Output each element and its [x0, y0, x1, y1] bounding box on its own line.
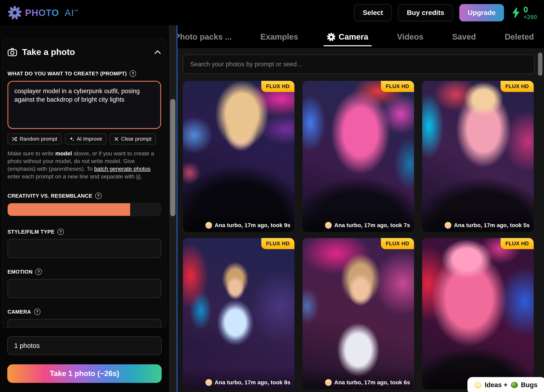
ideas-bugs-button[interactable]: Ideas + Bugs [467, 377, 544, 392]
brand-name: PHOTO [25, 7, 59, 18]
photo-card[interactable]: FLUX HD Ana turbo, 17m ago, took 6s [302, 238, 414, 389]
emotion-input[interactable] [7, 279, 161, 298]
panel-title: Take a photo [22, 47, 149, 57]
bugs-label: Bugs [521, 381, 538, 389]
brand-tm: ™ [74, 9, 79, 13]
flux-hd-badge: FLUX HD [261, 81, 295, 92]
blonde-woman-emoji [325, 379, 332, 386]
tab-deleted[interactable]: Deleted [505, 32, 534, 42]
random-prompt-button[interactable]: Random prompt [7, 133, 62, 144]
camera-input[interactable] [7, 319, 161, 328]
photo-caption: Ana turbo, 17m ago, took 6s [325, 379, 410, 386]
style-film-type-input[interactable] [7, 239, 161, 258]
photo-caption: Ana turbo, 17m ago, took 9s [205, 222, 290, 229]
photo-count-select[interactable]: 1 photos [7, 336, 162, 355]
photo-caption: Ana turbo, 17m ago, took 8s [205, 379, 290, 386]
help-icon[interactable]: ? [34, 309, 40, 315]
camera-label: CAMERA [7, 309, 31, 315]
emotion-label: EMOTION [7, 269, 33, 275]
credit-bonus: +260 [523, 14, 537, 20]
camera-icon [7, 48, 17, 56]
sidebar-scrollbar[interactable] [169, 25, 177, 392]
app-header: PHOTO AI™ Select Buy credits Upgrade 0 +… [0, 0, 544, 25]
tab-videos[interactable]: Videos [397, 32, 423, 42]
prompt-label: WHAT DO YOU WANT TO CREATE? (PROMPT) [7, 71, 127, 77]
batch-generate-link[interactable]: batch generate photos [94, 166, 151, 172]
lightbulb-icon [475, 381, 482, 388]
sidebar-scrollbar-thumb[interactable] [170, 99, 175, 216]
shuffle-icon [12, 137, 17, 141]
photo-caption-text: Ana turbo, 17m ago, took 5s [454, 222, 530, 229]
tab-photo-packs[interactable]: Photo packs ... [177, 32, 232, 42]
help-icon[interactable]: ? [95, 193, 102, 199]
prompt-textarea[interactable]: cosplayer model in a cyberpunk outfit, p… [7, 81, 161, 129]
blonde-woman-emoji [325, 222, 332, 229]
flux-hd-badge: FLUX HD [501, 238, 534, 249]
blonde-woman-emoji [444, 222, 451, 229]
take-a-photo-panel: Take a photo WHAT DO YOU WANT TO CREATE?… [2, 38, 166, 328]
bolt-icon [511, 7, 520, 18]
ai-improve-label: AI Improve [77, 136, 102, 142]
sparkles-icon [69, 137, 74, 142]
style-film-type-label: STYLE/FILM TYPE [7, 229, 54, 235]
help-icon[interactable]: ? [130, 70, 136, 77]
photo-grid: FLUX HD Ana turbo, 17m ago, took 9s FLUX… [183, 81, 534, 389]
bug-icon [511, 382, 518, 388]
prompt-helper-text: Make sure to write model above, or if yo… [7, 150, 161, 180]
active-tab-underline [324, 45, 372, 46]
ideas-label: Ideas + [485, 381, 508, 389]
blonde-woman-emoji [205, 379, 212, 386]
brand-ai: AI [65, 7, 74, 18]
random-prompt-label: Random prompt [20, 136, 57, 142]
main-scrollbar-thumb[interactable] [538, 53, 542, 76]
creativity-slider[interactable] [7, 203, 161, 216]
tab-bar: Photo packs ... Examples [177, 25, 544, 49]
photo-card[interactable]: FLUX HD Ana turbo, 17m ago, took 9s [183, 81, 295, 232]
photo-caption-text: Ana turbo, 17m ago, took 7s [334, 222, 410, 229]
clear-prompt-button[interactable]: Clear prompt [110, 133, 156, 144]
photo-card[interactable]: FLUX HD Ana turbo, 17m ago, took 8s [183, 238, 295, 389]
creativity-label: CREATIVITY VS. RESEMBLANCE [7, 193, 92, 199]
tab-camera-label: Camera [339, 32, 368, 42]
brand-ai-wrap: AI™ [65, 7, 79, 18]
sidebar: Take a photo WHAT DO YOU WANT TO CREATE?… [0, 25, 169, 392]
photo-caption-text: Ana turbo, 17m ago, took 8s [215, 379, 290, 386]
photo-card[interactable]: FLUX HD Ana turbo, 17m ago, took 5s [422, 81, 534, 232]
select-button[interactable]: Select [354, 4, 392, 21]
credit-count: 0 [523, 5, 537, 14]
swirl-logo-icon [8, 6, 21, 19]
spiral-icon [327, 33, 336, 41]
buy-credits-button[interactable]: Buy credits [398, 4, 453, 21]
main-panel: Photo packs ... Examples [177, 25, 544, 392]
upgrade-button[interactable]: Upgrade [459, 4, 504, 21]
photo-caption: Ana turbo, 17m ago, took 7s [325, 222, 410, 229]
help-icon[interactable]: ? [35, 268, 42, 275]
flux-hd-badge: FLUX HD [381, 238, 414, 249]
photo-search [183, 54, 534, 74]
tab-examples[interactable]: Examples [260, 32, 298, 42]
photo-caption: Ana turbo, 17m ago, took 5s [444, 222, 530, 229]
help-icon[interactable]: ? [57, 229, 64, 235]
blonde-woman-emoji [205, 222, 212, 229]
photo-caption-text: Ana turbo, 17m ago, took 6s [334, 379, 410, 386]
clear-prompt-label: Clear prompt [121, 136, 151, 142]
flux-hd-badge: FLUX HD [501, 81, 534, 92]
credits-indicator[interactable]: 0 +260 [511, 5, 537, 20]
photo-card[interactable]: FLUX HD Ana turbo, 17m ago, took 7s [302, 81, 414, 232]
close-icon [114, 137, 119, 141]
tab-camera[interactable]: Camera [327, 32, 368, 42]
flux-hd-badge: FLUX HD [381, 81, 414, 92]
tab-saved[interactable]: Saved [452, 32, 476, 42]
brand-logo[interactable]: PHOTO AI™ [8, 6, 79, 19]
sidebar-footer: 1 photos Take 1 photo (~26s) [0, 328, 169, 392]
photo-caption-text: Ana turbo, 17m ago, took 9s [215, 222, 290, 229]
creativity-slider-fill [8, 203, 130, 216]
chevron-up-icon[interactable] [154, 50, 161, 54]
take-photo-button[interactable]: Take 1 photo (~26s) [7, 364, 162, 383]
photo-card[interactable]: FLUX HD A [422, 238, 534, 389]
search-input[interactable] [183, 55, 534, 74]
flux-hd-badge: FLUX HD [261, 238, 295, 249]
ai-improve-button[interactable]: AI Improve [65, 133, 106, 144]
